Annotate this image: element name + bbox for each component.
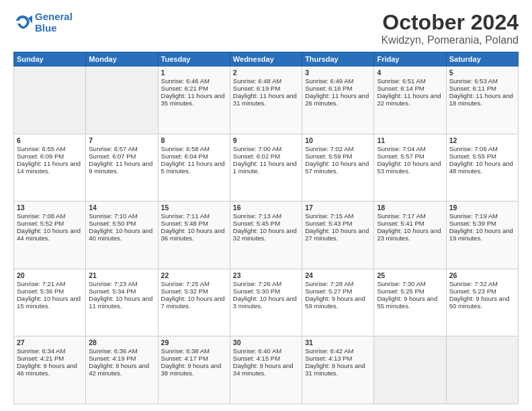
day-cell: 16Sunrise: 7:13 AMSunset: 5:45 PMDayligh… xyxy=(230,201,302,269)
sunrise-text: Sunrise: 6:46 AM xyxy=(161,77,210,85)
day-cell: 15Sunrise: 7:11 AMSunset: 5:48 PMDayligh… xyxy=(158,201,230,269)
header-cell-thursday: Thursday xyxy=(302,52,374,66)
sunrise-text: Sunrise: 7:30 AM xyxy=(377,280,425,287)
sunset-text: Sunset: 6:11 PM xyxy=(449,85,496,92)
sunset-text: Sunset: 4:19 PM xyxy=(89,355,136,362)
day-number: 7 xyxy=(89,136,154,144)
sunset-text: Sunset: 5:52 PM xyxy=(17,220,64,227)
day-number: 22 xyxy=(161,271,227,279)
sunrise-text: Sunrise: 7:23 AM xyxy=(89,280,137,287)
header-cell-saturday: Saturday xyxy=(446,52,518,66)
sunrise-text: Sunrise: 7:00 AM xyxy=(233,145,281,152)
day-cell: 13Sunrise: 7:08 AMSunset: 5:52 PMDayligh… xyxy=(14,201,86,269)
day-cell: 11Sunrise: 7:04 AMSunset: 5:57 PMDayligh… xyxy=(374,134,446,201)
daylight-text: Daylight: 10 hours and 23 minutes. xyxy=(377,227,441,242)
daylight-text: Daylight: 9 hours and 50 minutes. xyxy=(449,295,510,310)
sunrise-text: Sunrise: 6:51 AM xyxy=(377,77,425,85)
sunrise-text: Sunrise: 7:19 AM xyxy=(449,212,498,220)
daylight-text: Daylight: 11 hours and 14 minutes. xyxy=(17,160,81,175)
daylight-text: Daylight: 9 hours and 42 minutes. xyxy=(89,362,149,377)
sunset-text: Sunset: 6:16 PM xyxy=(305,85,352,92)
sunset-text: Sunset: 5:36 PM xyxy=(17,287,64,295)
sunset-text: Sunset: 5:57 PM xyxy=(377,152,424,160)
day-cell: 29Sunrise: 6:38 AMSunset: 4:17 PMDayligh… xyxy=(158,336,230,404)
sunset-text: Sunset: 6:19 PM xyxy=(233,85,280,92)
sunrise-text: Sunrise: 7:02 AM xyxy=(305,145,353,152)
daylight-text: Daylight: 10 hours and 48 minutes. xyxy=(449,160,513,175)
sunrise-text: Sunrise: 7:10 AM xyxy=(89,212,137,220)
daylight-text: Daylight: 10 hours and 27 minutes. xyxy=(305,227,369,242)
sunset-text: Sunset: 6:04 PM xyxy=(161,152,208,160)
daylight-text: Daylight: 11 hours and 5 minutes. xyxy=(161,160,225,175)
day-cell: 18Sunrise: 7:17 AMSunset: 5:41 PMDayligh… xyxy=(374,201,446,269)
daylight-text: Daylight: 9 hours and 55 minutes. xyxy=(377,295,437,310)
week-row-1: 1Sunrise: 6:46 AMSunset: 6:21 PMDaylight… xyxy=(14,66,519,134)
day-cell: 17Sunrise: 7:15 AMSunset: 5:43 PMDayligh… xyxy=(302,201,374,269)
sunrise-text: Sunrise: 6:42 AM xyxy=(305,347,353,355)
day-cell: 27Sunrise: 6:34 AMSunset: 4:21 PMDayligh… xyxy=(14,336,86,404)
day-cell: 12Sunrise: 7:06 AMSunset: 5:55 PMDayligh… xyxy=(446,134,518,201)
daylight-text: Daylight: 11 hours and 18 minutes. xyxy=(449,92,513,107)
week-row-4: 20Sunrise: 7:21 AMSunset: 5:36 PMDayligh… xyxy=(14,269,519,336)
sunrise-text: Sunrise: 7:25 AM xyxy=(161,280,210,287)
day-number: 12 xyxy=(449,136,515,144)
sunrise-text: Sunrise: 6:36 AM xyxy=(89,347,137,355)
sunrise-text: Sunrise: 7:15 AM xyxy=(305,212,353,220)
day-number: 1 xyxy=(161,68,227,77)
sunset-text: Sunset: 4:17 PM xyxy=(161,355,208,362)
day-cell: 2Sunrise: 6:48 AMSunset: 6:19 PMDaylight… xyxy=(230,66,302,134)
day-number: 29 xyxy=(161,338,227,347)
day-number: 10 xyxy=(305,136,371,144)
header-cell-friday: Friday xyxy=(374,52,446,66)
daylight-text: Daylight: 10 hours and 15 minutes. xyxy=(17,295,81,310)
daylight-text: Daylight: 10 hours and 57 minutes. xyxy=(305,160,369,175)
sunrise-text: Sunrise: 7:17 AM xyxy=(377,212,425,220)
sunrise-text: Sunrise: 6:55 AM xyxy=(17,145,65,152)
sunrise-text: Sunrise: 6:48 AM xyxy=(233,77,281,85)
sunrise-text: Sunrise: 7:32 AM xyxy=(449,280,498,287)
day-number: 2 xyxy=(233,68,299,77)
day-number: 28 xyxy=(89,338,154,347)
sunset-text: Sunset: 5:39 PM xyxy=(449,220,496,227)
day-number: 18 xyxy=(377,203,443,212)
daylight-text: Daylight: 11 hours and 9 minutes. xyxy=(89,160,152,175)
daylight-text: Daylight: 9 hours and 38 minutes. xyxy=(161,362,222,377)
daylight-text: Daylight: 10 hours and 3 minutes. xyxy=(233,295,297,310)
sunset-text: Sunset: 4:21 PM xyxy=(17,355,64,362)
sunrise-text: Sunrise: 6:58 AM xyxy=(161,145,210,152)
header-cell-tuesday: Tuesday xyxy=(158,52,230,66)
day-cell: 28Sunrise: 6:36 AMSunset: 4:19 PMDayligh… xyxy=(86,336,158,404)
sunset-text: Sunset: 5:27 PM xyxy=(305,287,352,295)
sunrise-text: Sunrise: 7:13 AM xyxy=(233,212,281,220)
day-number: 21 xyxy=(89,271,154,279)
day-number: 23 xyxy=(233,271,299,279)
sunset-text: Sunset: 5:23 PM xyxy=(449,287,496,295)
week-row-5: 27Sunrise: 6:34 AMSunset: 4:21 PMDayligh… xyxy=(14,336,519,404)
sunset-text: Sunset: 5:59 PM xyxy=(305,152,352,160)
daylight-text: Daylight: 11 hours and 31 minutes. xyxy=(233,92,297,107)
day-number: 26 xyxy=(449,271,515,279)
sunset-text: Sunset: 6:09 PM xyxy=(17,152,64,160)
sunset-text: Sunset: 5:25 PM xyxy=(377,287,424,295)
calendar-body: 1Sunrise: 6:46 AMSunset: 6:21 PMDaylight… xyxy=(14,66,519,404)
day-number: 17 xyxy=(305,203,371,212)
day-cell: 6Sunrise: 6:55 AMSunset: 6:09 PMDaylight… xyxy=(14,134,86,201)
day-number: 6 xyxy=(17,136,83,144)
sunrise-text: Sunrise: 6:53 AM xyxy=(449,77,498,85)
day-number: 25 xyxy=(377,271,443,279)
week-row-2: 6Sunrise: 6:55 AMSunset: 6:09 PMDaylight… xyxy=(14,134,519,201)
daylight-text: Daylight: 10 hours and 32 minutes. xyxy=(233,227,297,242)
sunrise-text: Sunrise: 6:40 AM xyxy=(233,347,281,355)
sunset-text: Sunset: 5:41 PM xyxy=(377,220,424,227)
header-cell-wednesday: Wednesday xyxy=(230,52,302,66)
daylight-text: Daylight: 11 hours and 1 minute. xyxy=(233,160,297,175)
daylight-text: Daylight: 10 hours and 19 minutes. xyxy=(449,227,513,242)
day-number: 16 xyxy=(233,203,299,212)
sunset-text: Sunset: 5:43 PM xyxy=(305,220,352,227)
sunrise-text: Sunrise: 7:28 AM xyxy=(305,280,353,287)
day-number: 20 xyxy=(17,271,83,279)
sunset-text: Sunset: 5:45 PM xyxy=(233,220,280,227)
day-cell: 25Sunrise: 7:30 AMSunset: 5:25 PMDayligh… xyxy=(374,269,446,336)
calendar-page: General Blue October 2024 Kwidzyn, Pomer… xyxy=(0,0,532,411)
day-number: 3 xyxy=(305,68,371,77)
